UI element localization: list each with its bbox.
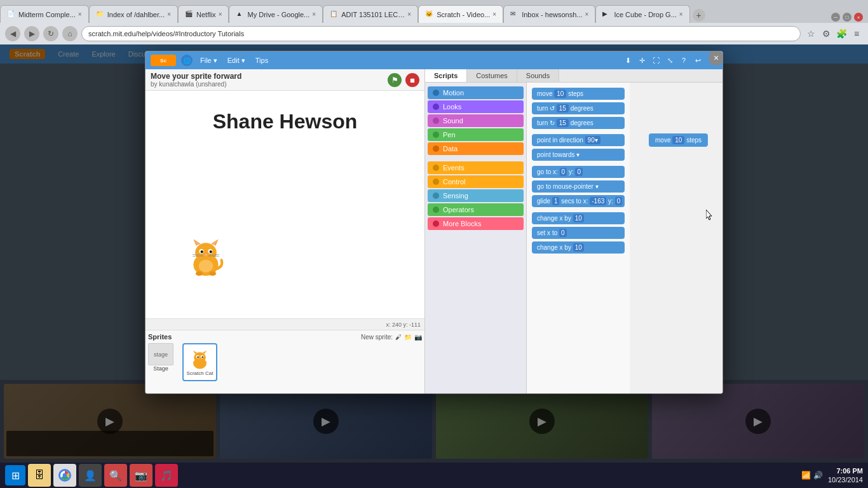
tab-close-tab3[interactable]: × <box>216 11 222 18</box>
resize-icon[interactable]: ⤡ <box>664 55 675 66</box>
data-dot <box>433 146 439 152</box>
block-point-towards[interactable]: point towards ▾ <box>532 149 625 161</box>
taskbar-chrome[interactable] <box>53 464 76 487</box>
scratch-logo[interactable]: Sc <box>151 55 176 66</box>
stage-item[interactable]: stage Stage <box>148 343 173 381</box>
browser-tab-tab7[interactable]: ✉Inbox - hewsonsh...× <box>503 5 595 23</box>
block-point-direction[interactable]: point in direction 90▾ <box>532 134 625 146</box>
browser-tab-tab2[interactable]: 📁Index of /dahlber...× <box>89 5 178 23</box>
block-glide[interactable]: glide 1 secs to x: -163 y: 0 <box>532 195 625 207</box>
browser-tab-tab6[interactable]: 🐱Scratch - Video...× <box>418 5 503 23</box>
back-button[interactable]: ◀ <box>5 26 20 41</box>
new-sprite-row: New sprite: 🖌 📁 📷 <box>361 334 422 341</box>
taskbar-file-explorer[interactable]: 🗄 <box>28 464 51 487</box>
block-set-x[interactable]: set x to 0 <box>532 227 625 239</box>
clock-time: 7:06 PM <box>828 466 863 475</box>
close-window-button[interactable]: × <box>854 13 863 22</box>
block-turn-ccw[interactable]: turn ↺ 15 degrees <box>532 102 625 114</box>
taskbar-user-app[interactable]: 👤 <box>79 464 102 487</box>
tab-sounds[interactable]: Sounds <box>517 69 559 82</box>
new-tab-button[interactable]: + <box>693 9 705 22</box>
category-sound[interactable]: Sound <box>428 114 524 127</box>
category-data[interactable]: Data <box>428 142 524 155</box>
stage-label: Stage <box>153 365 168 372</box>
block-go-to-xy[interactable]: go to x: 0 y: 0 <box>532 166 625 178</box>
taskbar-search-app[interactable]: 🔍 <box>104 464 127 487</box>
forward-button[interactable]: ▶ <box>24 26 39 41</box>
new-sprite-camera[interactable]: 📷 <box>414 334 422 341</box>
maximize-button[interactable]: □ <box>843 13 851 22</box>
tab-label-tab1: Midterm Comple... <box>18 11 76 18</box>
start-button[interactable]: ⊞ <box>5 465 25 485</box>
fullscreen-icon[interactable]: ⛶ <box>650 55 661 66</box>
svg-point-24 <box>197 356 198 357</box>
new-sprite-paint[interactable]: 🖌 <box>395 334 402 341</box>
taskbar-camera-app[interactable]: 📷 <box>130 464 153 487</box>
category-looks[interactable]: Looks <box>428 100 524 113</box>
extensions-icon[interactable]: 🧩 <box>835 27 848 40</box>
green-flag-button[interactable]: ⚑ <box>388 73 402 87</box>
tab-close-tab4[interactable]: × <box>309 11 316 18</box>
file-menu[interactable]: File ▾ <box>198 55 220 66</box>
tab-close-tab5[interactable]: × <box>405 11 411 18</box>
block-move-10-steps[interactable]: move 10 steps <box>532 88 625 100</box>
tab-scripts[interactable]: Scripts <box>425 69 467 82</box>
browser-tab-tab8[interactable]: ▶Ice Cube - Drop G...× <box>595 5 689 23</box>
sprite-thumbnail <box>189 348 211 370</box>
browser-tab-tab5[interactable]: 📋ADIT 135101 LECT...× <box>323 5 418 23</box>
category-events[interactable]: Events <box>428 161 524 174</box>
tab-label-tab7: Inbox - hewsonsh... <box>522 11 582 18</box>
browser-tab-tab1[interactable]: 📄Midterm Comple...× <box>0 5 89 23</box>
category-more-blocks[interactable]: More Blocks <box>428 217 524 230</box>
reload-button[interactable]: ↻ <box>43 26 58 41</box>
block-go-to-pointer[interactable]: go to mouse-pointer ▾ <box>532 180 625 193</box>
category-pen[interactable]: Pen <box>428 128 524 141</box>
browser-tab-tab3[interactable]: 🎬Netflix× <box>178 5 229 23</box>
new-sprite-from-file[interactable]: 📁 <box>404 334 412 341</box>
taskbar-clock[interactable]: 7:06 PM 10/23/2014 <box>828 466 863 485</box>
language-button[interactable]: 🌐 <box>181 55 193 66</box>
workspace-block-move[interactable]: move 10 steps <box>649 133 708 147</box>
bookmark-icon[interactable]: ☆ <box>804 27 817 40</box>
undo-icon[interactable]: ↩ <box>692 55 703 66</box>
address-bar[interactable]: scratch.mit.edu/help/videos/#Introductor… <box>81 26 801 41</box>
edit-menu[interactable]: Edit ▾ <box>225 55 248 66</box>
stop-button[interactable]: ⏹ <box>405 73 419 87</box>
category-control[interactable]: Control <box>428 175 524 188</box>
tab-close-tab6[interactable]: × <box>490 11 496 18</box>
sprites-label: Sprites <box>148 333 172 341</box>
tab-costumes[interactable]: Costumes <box>467 69 517 82</box>
cursor <box>706 210 714 224</box>
download-icon[interactable]: ⬇ <box>622 55 634 66</box>
tab-close-tab1[interactable]: × <box>76 11 82 18</box>
scratch-cat-sprite-item[interactable]: Scratch Cat <box>182 343 217 381</box>
tab-close-tab7[interactable]: × <box>583 11 589 18</box>
block-change-x-2[interactable]: change x by 10 <box>532 241 625 254</box>
taskbar-music-app[interactable]: 🎵 <box>155 464 178 487</box>
block-turn-cw[interactable]: turn ↻ 15 degrees <box>532 117 625 129</box>
operators-dot <box>433 207 439 213</box>
chrome-menu-icon[interactable]: ≡ <box>850 27 863 40</box>
category-sensing[interactable]: Sensing <box>428 189 524 202</box>
volume-icon: 🔊 <box>813 471 823 480</box>
modal-overlay[interactable]: × Sc 🌐 File ▾ Edit ▾ Tips ⬇ ✛ ⛶ ⤡ ? <box>0 44 868 488</box>
block-change-x[interactable]: change x by 10 <box>532 212 625 224</box>
modal-close-button[interactable]: × <box>709 51 723 65</box>
home-button[interactable]: ⌂ <box>62 26 78 41</box>
browser-tab-tab4[interactable]: ▲My Drive - Google...× <box>229 5 323 23</box>
script-workspace[interactable]: move 10 steps <box>630 83 722 393</box>
minimize-button[interactable]: ─ <box>831 13 840 22</box>
category-motion[interactable]: Motion <box>428 86 524 99</box>
settings-icon[interactable]: ⚙ <box>820 27 832 40</box>
tab-close-tab2[interactable]: × <box>165 11 171 18</box>
scripts-content: Motion Looks Sound <box>425 83 722 393</box>
category-operators[interactable]: Operators <box>428 203 524 216</box>
stage-thumb: stage <box>148 343 173 365</box>
sensing-dot <box>433 193 439 199</box>
scratch-main: Move your sprite forward by kunalchawla … <box>146 69 722 393</box>
add-sprite-icon[interactable]: ✛ <box>636 55 648 66</box>
tab-close-tab8[interactable]: × <box>677 11 683 18</box>
help-icon[interactable]: ? <box>678 55 689 66</box>
tips-menu[interactable]: Tips <box>253 55 271 65</box>
tab-favicon-tab8: ▶ <box>602 10 611 19</box>
